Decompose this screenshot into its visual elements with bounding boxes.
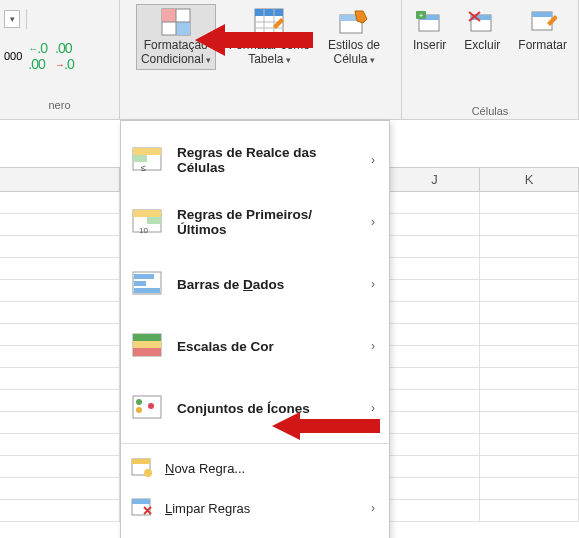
insert-cells-icon: + [414, 7, 446, 37]
format-label: Formatar [518, 39, 567, 53]
svg-text:≤: ≤ [141, 163, 146, 173]
icon-sets-icon [131, 393, 165, 423]
svg-point-41 [136, 407, 142, 413]
svg-point-40 [136, 399, 142, 405]
number-format-dropdown[interactable]: ▾ [4, 10, 20, 28]
chevron-down-icon: ▾ [370, 55, 375, 65]
svg-rect-39 [133, 396, 161, 418]
insert-button[interactable]: + Inserir [408, 4, 451, 56]
svg-rect-33 [134, 281, 146, 286]
annotation-arrow-bottom [272, 408, 382, 448]
svg-rect-24 [133, 148, 161, 155]
decrease-decimal-button[interactable]: .00→.0 [53, 38, 76, 74]
delete-button[interactable]: Excluir [459, 4, 505, 56]
cell-styles-icon [338, 7, 370, 37]
menu-label: Nova Regra... [165, 461, 375, 476]
decimals-sample: 000 [4, 50, 22, 62]
group-label-cells: Células [472, 103, 509, 117]
data-bars-icon [131, 269, 165, 299]
chevron-right-icon: › [371, 153, 375, 167]
svg-rect-25 [133, 155, 147, 162]
svg-rect-34 [134, 288, 160, 293]
svg-rect-37 [133, 341, 161, 348]
separator [26, 9, 27, 29]
menu-item-top-bottom-rules[interactable]: 10 Regras de Primeiros/Últimos › [121, 191, 389, 253]
svg-rect-38 [133, 348, 161, 356]
menu-item-data-bars[interactable]: Barras de Dados › [121, 253, 389, 315]
chevron-right-icon: › [371, 501, 375, 515]
menu-item-highlight-rules[interactable]: ≤ Regras de Realce das Células › [121, 129, 389, 191]
svg-point-45 [144, 469, 152, 477]
chevron-right-icon: › [371, 277, 375, 291]
svg-marker-54 [195, 24, 313, 56]
top-bottom-icon: 10 [131, 207, 165, 237]
svg-rect-32 [134, 274, 154, 279]
menu-label: Regras de Realce das Células [177, 145, 359, 175]
svg-rect-28 [133, 210, 161, 217]
delete-label: Excluir [464, 39, 500, 53]
svg-rect-29 [147, 217, 161, 224]
chevron-right-icon: › [371, 339, 375, 353]
menu-item-new-rule[interactable]: Nova Regra... [121, 448, 389, 488]
menu-item-color-scales[interactable]: Escalas de Cor › [121, 315, 389, 377]
svg-rect-47 [132, 499, 150, 504]
svg-marker-55 [272, 412, 380, 440]
menu-item-clear-rules[interactable]: Limpar Regras › [121, 488, 389, 528]
menu-label: Limpar Regras [165, 501, 359, 516]
svg-text:+: + [418, 11, 423, 20]
new-rule-icon [131, 458, 153, 478]
menu-item-manage-rules[interactable]: Gerenciar Regras... [121, 528, 389, 538]
cell-styles-button[interactable]: Estilos deCélula▾ [323, 4, 385, 70]
svg-rect-22 [532, 12, 552, 17]
menu-label: Barras de Dados [177, 277, 359, 292]
increase-decimal-button[interactable]: ←.0.00 [26, 38, 49, 74]
cs-label-1: Estilos de [328, 38, 380, 52]
col-header[interactable]: J [390, 168, 480, 191]
svg-rect-1 [162, 9, 176, 22]
insert-label: Inserir [413, 39, 446, 53]
chevron-right-icon: › [371, 215, 375, 229]
ribbon-group-number: ▾ 000 ←.0.00 .00→.0 nero [0, 0, 120, 119]
svg-point-42 [148, 403, 154, 409]
menu-label: Escalas de Cor [177, 339, 359, 354]
conditional-formatting-menu: ≤ Regras de Realce das Células › 10 Regr… [120, 120, 390, 538]
annotation-arrow-top [195, 18, 315, 68]
svg-rect-2 [176, 22, 190, 35]
svg-rect-36 [133, 334, 161, 341]
menu-label: Regras de Primeiros/Últimos [177, 207, 359, 237]
group-label-number: nero [4, 99, 115, 113]
clear-rules-icon [131, 498, 153, 518]
svg-rect-44 [132, 459, 150, 464]
conditional-formatting-icon [160, 7, 192, 37]
svg-text:10: 10 [139, 226, 148, 235]
format-button[interactable]: Formatar [513, 4, 572, 56]
color-scales-icon [131, 331, 165, 361]
format-cells-icon [527, 7, 559, 37]
cs-label-2: Célula [334, 52, 368, 66]
col-header[interactable]: K [480, 168, 579, 191]
svg-rect-6 [255, 9, 283, 16]
highlight-rules-icon: ≤ [131, 145, 165, 175]
delete-cells-icon [466, 7, 498, 37]
ribbon-group-cells: + Inserir Excluir Formatar Células [402, 0, 579, 119]
